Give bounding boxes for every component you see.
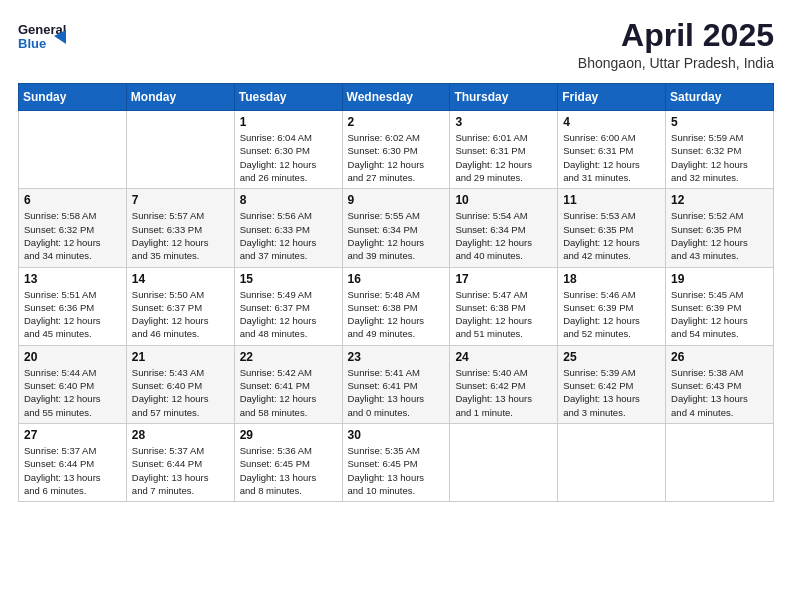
day-detail: Sunrise: 5:57 AMSunset: 6:33 PMDaylight:… [132,209,229,262]
day-number: 25 [563,350,660,364]
calendar-week-row: 27Sunrise: 5:37 AMSunset: 6:44 PMDayligh… [19,423,774,501]
day-detail: Sunrise: 5:37 AMSunset: 6:44 PMDaylight:… [24,444,121,497]
calendar-cell: 9Sunrise: 5:55 AMSunset: 6:34 PMDaylight… [342,189,450,267]
day-number: 17 [455,272,552,286]
calendar-cell: 25Sunrise: 5:39 AMSunset: 6:42 PMDayligh… [558,345,666,423]
day-detail: Sunrise: 5:51 AMSunset: 6:36 PMDaylight:… [24,288,121,341]
day-detail: Sunrise: 5:36 AMSunset: 6:45 PMDaylight:… [240,444,337,497]
day-of-week-header: Saturday [666,84,774,111]
day-detail: Sunrise: 5:41 AMSunset: 6:41 PMDaylight:… [348,366,445,419]
calendar-cell [558,423,666,501]
calendar-title: April 2025 [578,18,774,53]
calendar-cell: 21Sunrise: 5:43 AMSunset: 6:40 PMDayligh… [126,345,234,423]
title-block: April 2025 Bhongaon, Uttar Pradesh, Indi… [578,18,774,71]
day-number: 22 [240,350,337,364]
day-detail: Sunrise: 5:37 AMSunset: 6:44 PMDaylight:… [132,444,229,497]
day-number: 19 [671,272,768,286]
day-number: 14 [132,272,229,286]
day-number: 2 [348,115,445,129]
calendar-cell: 13Sunrise: 5:51 AMSunset: 6:36 PMDayligh… [19,267,127,345]
header: General Blue April 2025 Bhongaon, Uttar … [18,18,774,71]
calendar-cell [19,111,127,189]
day-detail: Sunrise: 5:55 AMSunset: 6:34 PMDaylight:… [348,209,445,262]
day-number: 26 [671,350,768,364]
calendar-cell: 24Sunrise: 5:40 AMSunset: 6:42 PMDayligh… [450,345,558,423]
day-detail: Sunrise: 5:56 AMSunset: 6:33 PMDaylight:… [240,209,337,262]
day-detail: Sunrise: 5:58 AMSunset: 6:32 PMDaylight:… [24,209,121,262]
calendar-cell: 23Sunrise: 5:41 AMSunset: 6:41 PMDayligh… [342,345,450,423]
day-of-week-header: Tuesday [234,84,342,111]
day-number: 11 [563,193,660,207]
day-number: 18 [563,272,660,286]
calendar-cell: 22Sunrise: 5:42 AMSunset: 6:41 PMDayligh… [234,345,342,423]
day-number: 16 [348,272,445,286]
day-number: 3 [455,115,552,129]
calendar-header-row: SundayMondayTuesdayWednesdayThursdayFrid… [19,84,774,111]
calendar-cell [666,423,774,501]
day-number: 9 [348,193,445,207]
day-of-week-header: Friday [558,84,666,111]
calendar-cell: 1Sunrise: 6:04 AMSunset: 6:30 PMDaylight… [234,111,342,189]
day-number: 23 [348,350,445,364]
day-detail: Sunrise: 6:01 AMSunset: 6:31 PMDaylight:… [455,131,552,184]
day-detail: Sunrise: 5:52 AMSunset: 6:35 PMDaylight:… [671,209,768,262]
day-number: 6 [24,193,121,207]
day-number: 29 [240,428,337,442]
day-number: 21 [132,350,229,364]
page: General Blue April 2025 Bhongaon, Uttar … [0,0,792,612]
day-number: 12 [671,193,768,207]
day-detail: Sunrise: 5:53 AMSunset: 6:35 PMDaylight:… [563,209,660,262]
day-number: 27 [24,428,121,442]
day-number: 5 [671,115,768,129]
day-of-week-header: Thursday [450,84,558,111]
day-detail: Sunrise: 5:42 AMSunset: 6:41 PMDaylight:… [240,366,337,419]
day-detail: Sunrise: 6:00 AMSunset: 6:31 PMDaylight:… [563,131,660,184]
calendar-cell: 17Sunrise: 5:47 AMSunset: 6:38 PMDayligh… [450,267,558,345]
calendar-week-row: 6Sunrise: 5:58 AMSunset: 6:32 PMDaylight… [19,189,774,267]
day-detail: Sunrise: 5:38 AMSunset: 6:43 PMDaylight:… [671,366,768,419]
calendar-week-row: 20Sunrise: 5:44 AMSunset: 6:40 PMDayligh… [19,345,774,423]
day-detail: Sunrise: 5:47 AMSunset: 6:38 PMDaylight:… [455,288,552,341]
logo: General Blue [18,18,66,60]
day-detail: Sunrise: 5:46 AMSunset: 6:39 PMDaylight:… [563,288,660,341]
calendar-cell: 26Sunrise: 5:38 AMSunset: 6:43 PMDayligh… [666,345,774,423]
day-number: 28 [132,428,229,442]
day-number: 13 [24,272,121,286]
day-detail: Sunrise: 6:02 AMSunset: 6:30 PMDaylight:… [348,131,445,184]
calendar-cell: 7Sunrise: 5:57 AMSunset: 6:33 PMDaylight… [126,189,234,267]
calendar-cell: 6Sunrise: 5:58 AMSunset: 6:32 PMDaylight… [19,189,127,267]
logo-icon: General Blue [18,18,66,56]
day-detail: Sunrise: 5:44 AMSunset: 6:40 PMDaylight:… [24,366,121,419]
day-detail: Sunrise: 5:49 AMSunset: 6:37 PMDaylight:… [240,288,337,341]
day-of-week-header: Wednesday [342,84,450,111]
day-of-week-header: Monday [126,84,234,111]
day-detail: Sunrise: 5:43 AMSunset: 6:40 PMDaylight:… [132,366,229,419]
day-number: 7 [132,193,229,207]
calendar-cell: 30Sunrise: 5:35 AMSunset: 6:45 PMDayligh… [342,423,450,501]
day-number: 10 [455,193,552,207]
day-detail: Sunrise: 6:04 AMSunset: 6:30 PMDaylight:… [240,131,337,184]
calendar-cell: 20Sunrise: 5:44 AMSunset: 6:40 PMDayligh… [19,345,127,423]
calendar-cell: 27Sunrise: 5:37 AMSunset: 6:44 PMDayligh… [19,423,127,501]
calendar-cell: 4Sunrise: 6:00 AMSunset: 6:31 PMDaylight… [558,111,666,189]
calendar-week-row: 13Sunrise: 5:51 AMSunset: 6:36 PMDayligh… [19,267,774,345]
calendar-cell: 10Sunrise: 5:54 AMSunset: 6:34 PMDayligh… [450,189,558,267]
day-number: 20 [24,350,121,364]
calendar-cell: 19Sunrise: 5:45 AMSunset: 6:39 PMDayligh… [666,267,774,345]
day-detail: Sunrise: 5:35 AMSunset: 6:45 PMDaylight:… [348,444,445,497]
calendar-cell: 3Sunrise: 6:01 AMSunset: 6:31 PMDaylight… [450,111,558,189]
day-detail: Sunrise: 5:48 AMSunset: 6:38 PMDaylight:… [348,288,445,341]
day-detail: Sunrise: 5:40 AMSunset: 6:42 PMDaylight:… [455,366,552,419]
calendar-cell: 18Sunrise: 5:46 AMSunset: 6:39 PMDayligh… [558,267,666,345]
day-detail: Sunrise: 5:39 AMSunset: 6:42 PMDaylight:… [563,366,660,419]
calendar-cell: 12Sunrise: 5:52 AMSunset: 6:35 PMDayligh… [666,189,774,267]
calendar-week-row: 1Sunrise: 6:04 AMSunset: 6:30 PMDaylight… [19,111,774,189]
calendar-cell [126,111,234,189]
day-detail: Sunrise: 5:45 AMSunset: 6:39 PMDaylight:… [671,288,768,341]
calendar-cell: 8Sunrise: 5:56 AMSunset: 6:33 PMDaylight… [234,189,342,267]
day-number: 24 [455,350,552,364]
calendar-cell: 5Sunrise: 5:59 AMSunset: 6:32 PMDaylight… [666,111,774,189]
day-of-week-header: Sunday [19,84,127,111]
day-detail: Sunrise: 5:50 AMSunset: 6:37 PMDaylight:… [132,288,229,341]
calendar-cell: 14Sunrise: 5:50 AMSunset: 6:37 PMDayligh… [126,267,234,345]
